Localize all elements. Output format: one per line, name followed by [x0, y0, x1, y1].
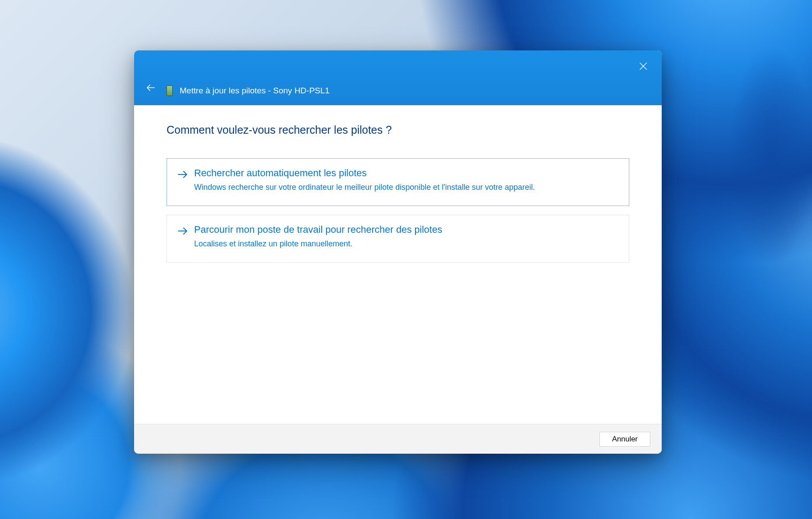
close-icon: [639, 62, 647, 72]
dialog-title: Mettre à jour les pilotes - Sony HD-PSL1: [180, 86, 330, 96]
dialog-titlebar: Mettre à jour les pilotes - Sony HD-PSL1: [134, 50, 662, 105]
cancel-button[interactable]: Annuler: [599, 432, 650, 447]
option-description: Localises et installez un pilote manuell…: [194, 238, 618, 250]
option-text: Rechercher automatiquement les pilotes W…: [194, 167, 618, 193]
page-heading: Comment voulez-vous rechercher les pilot…: [167, 124, 629, 136]
option-title: Parcourir mon poste de travail pour rech…: [194, 224, 618, 235]
option-list: Rechercher automatiquement les pilotes W…: [167, 158, 629, 263]
dialog-footer: Annuler: [134, 424, 662, 454]
option-search-automatically[interactable]: Rechercher automatiquement les pilotes W…: [167, 158, 629, 206]
option-browse-computer[interactable]: Parcourir mon poste de travail pour rech…: [167, 215, 629, 263]
back-button[interactable]: [144, 82, 158, 96]
option-description: Windows recherche sur votre ordinateur l…: [194, 181, 618, 193]
option-text: Parcourir mon poste de travail pour rech…: [194, 224, 618, 250]
arrow-right-icon: [177, 226, 188, 238]
device-icon: [166, 85, 174, 96]
arrow-right-icon: [177, 169, 188, 181]
option-title: Rechercher automatiquement les pilotes: [194, 167, 618, 179]
update-driver-dialog: Mettre à jour les pilotes - Sony HD-PSL1…: [134, 50, 662, 454]
close-button[interactable]: [635, 58, 652, 76]
dialog-content: Comment voulez-vous rechercher les pilot…: [134, 105, 662, 424]
arrow-left-icon: [146, 83, 156, 94]
